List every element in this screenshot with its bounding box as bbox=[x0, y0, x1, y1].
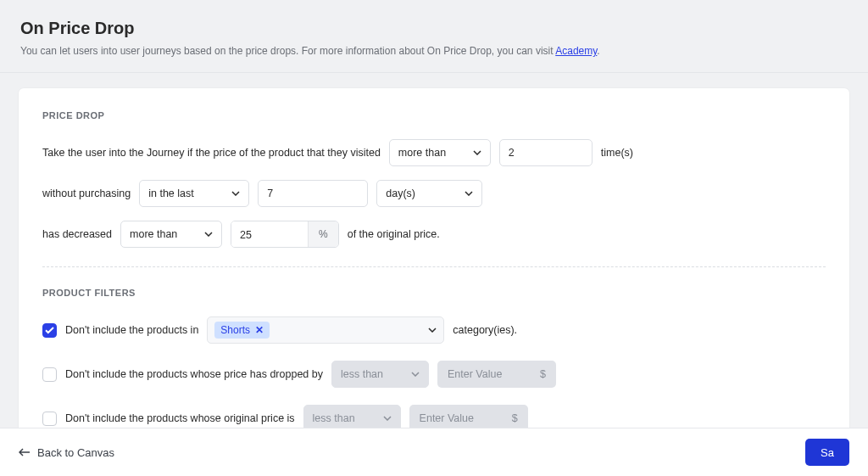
time-window-count-field[interactable] bbox=[267, 181, 359, 206]
price-drop-value-input[interactable]: Enter Value $ bbox=[437, 361, 556, 388]
back-to-canvas-link[interactable]: Back to Canvas bbox=[19, 446, 114, 459]
academy-link[interactable]: Academy bbox=[555, 45, 597, 57]
price-drop-value-placeholder: Enter Value bbox=[448, 368, 502, 380]
filter-price-drop-checkbox[interactable] bbox=[42, 367, 57, 382]
original-price-value-placeholder: Enter Value bbox=[420, 412, 474, 424]
original-price-suffix: of the original price. bbox=[348, 228, 440, 240]
save-button[interactable]: Sa bbox=[805, 439, 849, 466]
filter-category-checkbox[interactable] bbox=[42, 323, 57, 338]
chevron-down-icon bbox=[428, 328, 437, 333]
chevron-down-icon bbox=[204, 232, 213, 237]
settings-card: PRICE DROP Take the user into the Journe… bbox=[19, 88, 849, 456]
chevron-down-icon bbox=[465, 191, 473, 196]
filter-original-price-label: Don't include the products whose origina… bbox=[65, 412, 295, 424]
filter-category-label: Don't include the products in bbox=[65, 324, 198, 336]
filter-price-drop-row: Don't include the products whose price h… bbox=[42, 361, 826, 388]
price-drop-comparator-value: less than bbox=[341, 368, 383, 380]
percent-input[interactable] bbox=[231, 221, 308, 248]
price-drop-row-3: has decreased more than % of the origina… bbox=[42, 221, 826, 248]
price-drop-text-1: Take the user into the Journey if the pr… bbox=[42, 147, 381, 159]
page-description-suffix: . bbox=[597, 45, 599, 57]
remove-tag-icon[interactable]: ✕ bbox=[255, 324, 264, 336]
visit-count-input[interactable] bbox=[499, 139, 593, 166]
filter-category-suffix: category(ies). bbox=[453, 324, 517, 336]
header-divider bbox=[0, 72, 868, 73]
percent-symbol: % bbox=[308, 221, 338, 247]
filter-original-price-checkbox[interactable] bbox=[42, 412, 57, 426]
back-to-canvas-label: Back to Canvas bbox=[37, 446, 114, 459]
original-price-comparator-value: less than bbox=[313, 412, 355, 424]
page-header: On Price Drop You can let users into use… bbox=[0, 0, 868, 72]
price-drop-row-2: without purchasing in the last day(s) bbox=[42, 180, 826, 207]
time-window-unit-select[interactable]: day(s) bbox=[376, 180, 482, 207]
chevron-down-icon bbox=[383, 416, 392, 421]
chevron-down-icon bbox=[473, 150, 481, 155]
chevron-down-icon bbox=[231, 191, 240, 196]
price-drop-comparator-select[interactable]: less than bbox=[331, 361, 429, 388]
price-drop-row-1: Take the user into the Journey if the pr… bbox=[42, 139, 826, 166]
decrease-comparator-select[interactable]: more than bbox=[120, 221, 222, 248]
price-drop-value-unit: $ bbox=[540, 368, 546, 380]
without-purchasing-text: without purchasing bbox=[42, 188, 131, 199]
time-window-count-input[interactable] bbox=[258, 180, 368, 207]
has-decreased-text: has decreased bbox=[42, 228, 112, 240]
section-label-product-filters: PRODUCT FILTERS bbox=[42, 288, 826, 298]
visit-count-field[interactable] bbox=[509, 140, 583, 165]
page-description: You can let users into user journeys bas… bbox=[20, 45, 848, 57]
section-label-price-drop: PRICE DROP bbox=[42, 110, 826, 120]
check-icon bbox=[45, 327, 54, 334]
percent-field[interactable] bbox=[240, 221, 299, 248]
arrow-left-icon bbox=[19, 446, 31, 459]
visit-comparator-value: more than bbox=[398, 147, 446, 159]
original-price-value-unit: $ bbox=[512, 412, 518, 424]
section-divider bbox=[42, 266, 826, 267]
chevron-down-icon bbox=[411, 372, 420, 377]
time-window-unit-value: day(s) bbox=[386, 188, 415, 199]
decrease-comparator-value: more than bbox=[130, 228, 177, 240]
page-title: On Price Drop bbox=[20, 19, 848, 38]
footer-bar: Back to Canvas Sa bbox=[0, 428, 868, 476]
percent-input-group: % bbox=[231, 221, 339, 248]
page-description-text: You can let users into user journeys bas… bbox=[20, 45, 555, 57]
category-multiselect[interactable]: Shorts ✕ bbox=[207, 316, 444, 344]
time-window-value: in the last bbox=[148, 188, 194, 199]
times-suffix: time(s) bbox=[601, 147, 633, 159]
visit-comparator-select[interactable]: more than bbox=[389, 139, 491, 166]
filter-price-drop-label: Don't include the products whose price h… bbox=[65, 368, 323, 380]
time-window-select[interactable]: in the last bbox=[139, 180, 249, 207]
filter-category-row: Don't include the products in Shorts ✕ c… bbox=[42, 316, 826, 344]
category-tag-label: Shorts bbox=[220, 324, 250, 336]
category-tag: Shorts ✕ bbox=[214, 322, 270, 339]
